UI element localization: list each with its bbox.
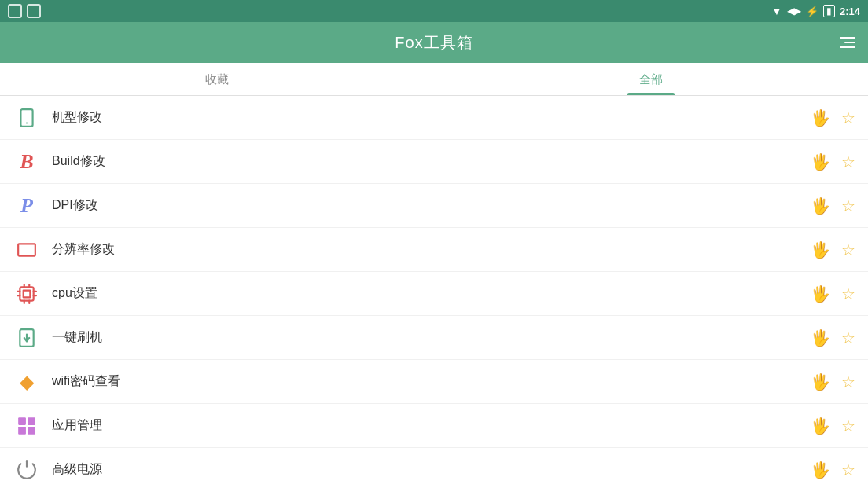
item-actions: 🖐 ☆ (811, 152, 855, 171)
item-actions: 🖐 ☆ (811, 108, 855, 127)
tool-list: 机型修改 🖐 ☆ B Build修改 🖐 ☆ P DPI修改 🖐 ☆ (0, 96, 868, 488)
item-actions: 🖐 ☆ (811, 460, 855, 479)
wifi-signal-icon: ▼ (771, 5, 782, 17)
list-item[interactable]: cpu设置 🖐 ☆ (0, 272, 868, 316)
list-item[interactable]: 机型修改 🖐 ☆ (0, 96, 868, 140)
battery-icon: ▮ (823, 5, 835, 17)
power-icon (13, 456, 41, 484)
svg-rect-16 (28, 417, 35, 425)
status-bar-right: ▼ ◀▶ ⚡ ▮ 2:14 (771, 5, 860, 17)
tab-favorites[interactable]: 收藏 (0, 63, 434, 95)
svg-rect-17 (18, 427, 26, 435)
item-actions: 🖐 ☆ (811, 284, 855, 303)
app-title: Fox工具箱 (395, 32, 473, 53)
battery-charging-icon: ⚡ (806, 6, 818, 17)
resolution-icon (13, 236, 41, 264)
item-actions: 🖐 ☆ (811, 240, 855, 259)
list-item[interactable]: B Build修改 🖐 ☆ (0, 140, 868, 184)
flash-icon (13, 324, 41, 352)
star-icon[interactable]: ☆ (841, 416, 855, 435)
apps-icon (13, 412, 41, 440)
item-label-resolution: 分辨率修改 (52, 241, 811, 258)
item-label-build: Build修改 (52, 153, 811, 170)
item-label-power: 高级电源 (52, 461, 811, 478)
status-bar-left (8, 4, 41, 18)
dpi-icon: P (13, 192, 41, 220)
item-actions: 🖐 ☆ (811, 196, 855, 215)
pin-icon[interactable]: 🖐 (811, 416, 830, 435)
list-item[interactable]: 一键刷机 🖐 ☆ (0, 316, 868, 360)
item-actions: 🖐 ☆ (811, 372, 855, 391)
pin-icon[interactable]: 🖐 (811, 328, 830, 347)
menu-line-1 (840, 37, 855, 39)
menu-line-2 (844, 42, 855, 43)
item-label-cpu: cpu设置 (52, 285, 811, 302)
item-label-apps: 应用管理 (52, 417, 811, 434)
signal-icon: ◀▶ (787, 6, 801, 17)
menu-button[interactable] (840, 37, 855, 48)
item-label-model: 机型修改 (52, 109, 811, 126)
star-icon[interactable]: ☆ (841, 108, 855, 127)
status-square-1 (8, 4, 22, 18)
svg-rect-2 (18, 244, 35, 255)
star-icon[interactable]: ☆ (841, 196, 855, 215)
item-label-flash: 一键刷机 (52, 329, 811, 346)
list-item[interactable]: ◆ wifi密码查看 🖐 ☆ (0, 360, 868, 404)
pin-icon[interactable]: 🖐 (811, 284, 830, 303)
list-item[interactable]: 高级电源 🖐 ☆ (0, 448, 868, 488)
star-icon[interactable]: ☆ (841, 284, 855, 303)
star-icon[interactable]: ☆ (841, 328, 855, 347)
tab-bar: 收藏 全部 (0, 63, 868, 96)
pin-icon[interactable]: 🖐 (811, 108, 830, 127)
star-icon[interactable]: ☆ (841, 152, 855, 171)
list-item[interactable]: 应用管理 🖐 ☆ (0, 404, 868, 448)
list-item[interactable]: P DPI修改 🖐 ☆ (0, 184, 868, 228)
pin-icon[interactable]: 🖐 (811, 460, 830, 479)
cpu-icon (13, 280, 41, 308)
status-square-2 (27, 4, 41, 18)
phone-icon (13, 104, 41, 132)
menu-line-3 (840, 46, 855, 48)
svg-rect-18 (28, 427, 35, 435)
item-label-wifi: wifi密码查看 (52, 373, 811, 390)
pin-icon[interactable]: 🖐 (811, 196, 830, 215)
pin-icon[interactable]: 🖐 (811, 152, 830, 171)
item-actions: 🖐 ☆ (811, 328, 855, 347)
app-bar: Fox工具箱 (0, 22, 868, 63)
pin-icon[interactable]: 🖐 (811, 372, 830, 391)
svg-rect-15 (18, 417, 26, 425)
list-item[interactable]: 分辨率修改 🖐 ☆ (0, 228, 868, 272)
star-icon[interactable]: ☆ (841, 240, 855, 259)
status-time: 2:14 (840, 6, 860, 17)
star-icon[interactable]: ☆ (841, 460, 855, 479)
svg-rect-4 (24, 290, 31, 297)
item-label-dpi: DPI修改 (52, 197, 811, 214)
status-bar: ▼ ◀▶ ⚡ ▮ 2:14 (0, 0, 868, 22)
tab-all[interactable]: 全部 (434, 63, 868, 95)
item-actions: 🖐 ☆ (811, 416, 855, 435)
star-icon[interactable]: ☆ (841, 372, 855, 391)
build-icon: B (13, 148, 41, 176)
pin-icon[interactable]: 🖐 (811, 240, 830, 259)
svg-rect-3 (20, 287, 33, 300)
wifi-password-icon: ◆ (13, 368, 41, 396)
